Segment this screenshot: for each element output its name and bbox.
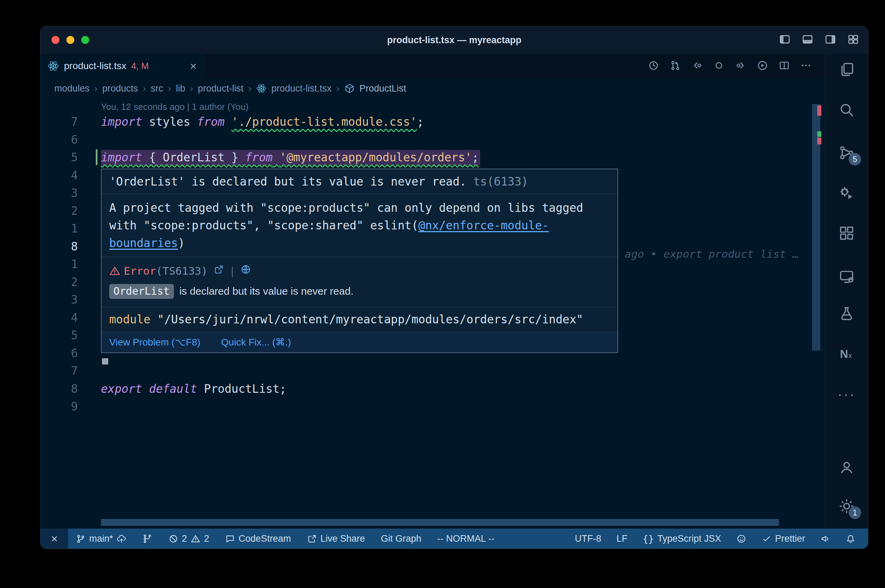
live-share-item[interactable]: Live Share bbox=[307, 533, 365, 544]
hover-resize-handle[interactable] bbox=[102, 358, 108, 364]
remote-explorer-icon[interactable] bbox=[825, 268, 868, 284]
navigate-back-icon[interactable] bbox=[691, 60, 703, 72]
line-number: 3 bbox=[41, 293, 78, 306]
testing-beaker-icon[interactable] bbox=[825, 306, 868, 322]
toggle-primary-sidebar-icon[interactable] bbox=[779, 33, 790, 46]
remote-indicator[interactable] bbox=[41, 529, 68, 549]
git-branch-item[interactable]: main* bbox=[76, 533, 126, 544]
vscode-window: product-list.tsx — myreactapp bbox=[40, 26, 868, 549]
module-keyword: module bbox=[109, 313, 150, 326]
warning-triangle-icon bbox=[109, 266, 120, 276]
view-problem-link[interactable]: View Problem (⌥F8) bbox=[109, 336, 200, 348]
status-bar: main* 2 2 CodeStream Live Share Git bbox=[41, 529, 868, 549]
line-number: 5 bbox=[41, 151, 78, 164]
sync-status-icon[interactable] bbox=[713, 60, 724, 72]
code-line[interactable]: 8export default ProductList; bbox=[41, 380, 825, 398]
line-number: 7 bbox=[41, 364, 78, 378]
breadcrumb-product-list[interactable]: product-list bbox=[198, 83, 243, 94]
symbol-cube-icon bbox=[344, 83, 355, 94]
announcement-icon[interactable] bbox=[820, 534, 830, 544]
tab-close-icon[interactable]: × bbox=[190, 60, 197, 72]
codestream-item[interactable]: CodeStream bbox=[225, 533, 291, 544]
eol-item[interactable]: LF bbox=[616, 533, 627, 544]
breadcrumb: modules › products › src › lib › product… bbox=[41, 78, 825, 99]
language-label: TypeScript JSX bbox=[657, 533, 721, 544]
breadcrumb-src[interactable]: src bbox=[151, 83, 163, 94]
react-file-icon bbox=[47, 60, 59, 72]
code-line[interactable]: 7import styles from './product-list.modu… bbox=[41, 113, 825, 131]
more-actions-icon[interactable] bbox=[800, 60, 812, 72]
notifications-bell-icon[interactable] bbox=[846, 534, 856, 544]
source-control-icon[interactable]: 5 bbox=[825, 145, 868, 160]
horizontal-scrollbar[interactable] bbox=[101, 519, 779, 526]
explorer-icon[interactable] bbox=[825, 62, 868, 77]
run-file-icon[interactable] bbox=[757, 60, 768, 72]
tab-product-list[interactable]: product-list.tsx 4, M × bbox=[41, 54, 204, 78]
codelens-blame[interactable]: You, 12 seconds ago | 1 author (You) bbox=[101, 102, 249, 112]
navigate-forward-icon[interactable] bbox=[735, 60, 746, 72]
line-number: 1 bbox=[41, 257, 78, 271]
account-icon[interactable] bbox=[825, 459, 868, 476]
settings-gear-icon[interactable]: 1 bbox=[825, 498, 868, 514]
line-number: 4 bbox=[41, 169, 78, 182]
toggle-panel-icon[interactable] bbox=[802, 33, 813, 46]
error-circle-icon bbox=[168, 534, 178, 544]
braces-icon: {} bbox=[643, 533, 654, 544]
maximize-window-button[interactable] bbox=[81, 36, 89, 44]
error-label: Error bbox=[124, 265, 156, 277]
git-graph-item[interactable]: Git Graph bbox=[381, 533, 421, 544]
encoding-item[interactable]: UTF-8 bbox=[575, 533, 601, 544]
breadcrumb-lib[interactable]: lib bbox=[176, 83, 185, 94]
search-icon[interactable] bbox=[825, 102, 868, 118]
hover-module-row: module "/Users/juri/nrwl/content/myreact… bbox=[102, 307, 618, 332]
desktop: { "window": { "title": "product-list.tsx… bbox=[0, 0, 885, 588]
close-window-button[interactable] bbox=[51, 36, 59, 44]
eslint-rule-link[interactable]: boundaries bbox=[109, 236, 178, 250]
feedback-smiley-icon[interactable] bbox=[736, 534, 746, 544]
minimize-window-button[interactable] bbox=[66, 36, 74, 44]
quick-fix-link[interactable]: Quick Fix... (⌘.) bbox=[221, 336, 291, 348]
vertical-scrollbar[interactable] bbox=[812, 104, 820, 351]
code-line[interactable]: 5import { OrderList } from '@myreactapp/… bbox=[41, 148, 825, 166]
hover-error-detail: OrderList is declared but its value is n… bbox=[102, 279, 618, 307]
compare-changes-icon[interactable] bbox=[670, 60, 681, 72]
breadcrumb-products[interactable]: products bbox=[102, 83, 138, 94]
timeline-history-icon[interactable] bbox=[648, 60, 659, 72]
globe-icon[interactable] bbox=[240, 264, 251, 278]
chevron-right-icon: › bbox=[248, 83, 251, 94]
chevron-right-icon: › bbox=[143, 83, 146, 94]
problems-item[interactable]: 2 2 bbox=[168, 533, 209, 544]
line-number: 3 bbox=[41, 186, 78, 200]
hover-actions: View Problem (⌥F8) Quick Fix... (⌘.) bbox=[102, 332, 618, 352]
code-line[interactable]: 9 bbox=[41, 398, 825, 416]
code-line[interactable]: 7 bbox=[41, 362, 825, 380]
vim-mode-indicator[interactable]: -- NORMAL -- bbox=[437, 533, 494, 544]
warning-triangle-icon bbox=[191, 534, 200, 544]
svg-text:x: x bbox=[848, 351, 852, 359]
breadcrumb-symbol[interactable]: ProductList bbox=[359, 83, 406, 94]
split-editor-icon[interactable] bbox=[778, 60, 790, 72]
comment-bubble-icon bbox=[225, 534, 235, 544]
run-debug-icon[interactable] bbox=[825, 185, 868, 201]
git-graph-label: Git Graph bbox=[381, 533, 421, 544]
eslint-rule-link[interactable]: @nx/enforce-module- bbox=[418, 219, 549, 232]
line-number: 4 bbox=[41, 311, 78, 324]
open-external-icon[interactable] bbox=[213, 264, 224, 278]
language-mode-item[interactable]: {} TypeScript JSX bbox=[643, 533, 721, 544]
commit-graph-icon[interactable] bbox=[143, 534, 152, 544]
toggle-secondary-sidebar-icon[interactable] bbox=[825, 33, 836, 46]
diagnostic-hover: 'OrderList' is declared but its value is… bbox=[101, 169, 618, 353]
settings-badge: 1 bbox=[849, 507, 861, 519]
code-line[interactable]: 6 bbox=[41, 131, 825, 149]
chevron-right-icon: › bbox=[337, 83, 340, 94]
formatter-item[interactable]: Prettier bbox=[762, 533, 805, 544]
more-views-icon[interactable]: ··· bbox=[825, 386, 868, 402]
chevron-right-icon: › bbox=[95, 83, 98, 94]
breadcrumb-file[interactable]: product-list.tsx bbox=[271, 83, 332, 94]
nx-console-icon[interactable]: Nx bbox=[825, 346, 868, 362]
code-editor[interactable]: You, 12 seconds ago | 1 author (You) 7im… bbox=[41, 99, 825, 529]
breadcrumb-modules[interactable]: modules bbox=[54, 83, 90, 94]
customize-layout-icon[interactable] bbox=[847, 33, 859, 46]
tab-bar: product-list.tsx 4, M × bbox=[41, 54, 825, 78]
extensions-icon[interactable] bbox=[825, 225, 868, 241]
